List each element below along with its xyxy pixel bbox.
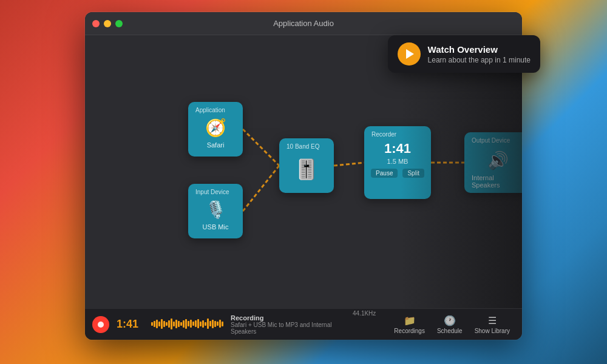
show-library-button[interactable]: ☰ Show Library [470, 312, 515, 337]
play-button[interactable] [398, 42, 421, 66]
recording-desc: Safari + USB Mic to MP3 and Internal Spe… [231, 322, 345, 335]
recorder-node[interactable]: Recorder 1:41 1.5 MB Pause Split [364, 126, 431, 199]
eq-category: 10 Band EQ [287, 143, 319, 150]
input-device-node[interactable]: Input Device 🎙️ USB Mic [188, 184, 243, 238]
waveform-bar [207, 318, 209, 329]
waveform-bar [178, 321, 180, 327]
recordings-icon: 📁 [404, 315, 416, 326]
waveform-bar [205, 322, 206, 326]
input-label: USB Mic [203, 223, 229, 231]
waveform-bar [188, 321, 189, 326]
waveform-bar [154, 321, 155, 327]
waveform-bars [151, 318, 223, 330]
output-category: Output Device [472, 137, 510, 144]
play-icon [406, 49, 414, 59]
waveform-bar [202, 320, 204, 328]
record-button[interactable] [92, 316, 109, 333]
waveform-bar [180, 322, 182, 326]
waveform-bar [168, 320, 170, 328]
watch-text: Watch Overview Learn about the app in 1 … [428, 44, 531, 64]
safari-category: Application [195, 107, 225, 113]
traffic-lights [92, 20, 123, 27]
bottom-bar: 1:41 [85, 308, 522, 340]
maximize-button[interactable] [115, 20, 123, 27]
waveform-bar [185, 319, 187, 329]
safari-label: Safari [207, 141, 225, 149]
waveform-bar [163, 321, 165, 327]
waveform-bar [192, 322, 194, 326]
waveform-bar [190, 320, 192, 328]
recording-info: Recording Safari + USB Mic to MP3 and In… [231, 314, 345, 335]
recorder-controls: Pause Split [371, 169, 424, 178]
waveform-bar [200, 322, 202, 326]
waveform-bar [183, 320, 185, 328]
eq-node[interactable]: 10 Band EQ 🎚️ [279, 138, 334, 193]
waveform-bar [212, 320, 214, 328]
waveform-bar [171, 318, 172, 329]
svg-line-1 [243, 166, 279, 211]
waveform-bar [222, 322, 223, 326]
svg-line-2 [334, 163, 364, 166]
waveform-bar [219, 320, 221, 328]
waveform-bar [166, 322, 168, 326]
recorder-size: 1.5 MB [387, 158, 409, 165]
bottom-actions: 📁 Recordings 🕐 Schedule ☰ Show Library [389, 312, 515, 337]
watch-subtitle: Learn about the app in 1 minute [428, 56, 531, 64]
recorder-time: 1:41 [384, 141, 411, 157]
record-icon [98, 322, 104, 328]
library-label: Show Library [475, 328, 510, 334]
eq-icon: 🎚️ [294, 158, 319, 181]
recording-label: Recording [231, 314, 345, 322]
waveform-bar [158, 322, 160, 326]
library-icon: ☰ [488, 315, 497, 326]
recorder-category: Recorder [371, 131, 396, 138]
microphone-icon: 🎙️ [205, 200, 226, 220]
waveform-bar [217, 322, 219, 326]
watch-overview-tooltip[interactable]: Watch Overview Learn about the app in 1 … [388, 35, 540, 73]
watch-title: Watch Overview [428, 44, 531, 55]
main-content: Application 🧭 Safari Input Device 🎙️ USB… [85, 35, 522, 308]
input-category: Input Device [195, 189, 229, 195]
minimize-button[interactable] [104, 20, 111, 27]
time-display: 1:41 [117, 318, 144, 331]
close-button[interactable] [92, 20, 100, 27]
schedule-button[interactable]: 🕐 Schedule [432, 312, 467, 337]
recordings-label: Recordings [394, 328, 425, 334]
window-title: Application Audio [273, 19, 334, 28]
sample-rate: 44.1KHz [353, 310, 376, 317]
waveform-bar [161, 319, 163, 329]
title-bar: Application Audio [85, 12, 522, 35]
waveform-bar [209, 321, 211, 326]
waveform-bar [175, 320, 177, 328]
safari-icon: 🧭 [205, 118, 226, 138]
waveform-bar [173, 322, 175, 326]
svg-line-0 [243, 129, 279, 166]
output-label: Internal Speakers [472, 174, 522, 189]
waveform-bar [151, 322, 153, 326]
recordings-button[interactable]: 📁 Recordings [389, 312, 430, 337]
schedule-icon: 🕐 [444, 315, 456, 326]
split-button[interactable]: Split [402, 169, 424, 178]
waveform-bar [214, 321, 216, 327]
waveform-bar [156, 320, 158, 328]
waveform-bar [195, 320, 197, 327]
waveform-bar [197, 319, 199, 328]
safari-node[interactable]: Application 🧭 Safari [188, 102, 243, 157]
speaker-icon: 🔊 [487, 150, 509, 170]
pause-button[interactable]: Pause [371, 169, 398, 178]
flow-area: Application 🧭 Safari Input Device 🎙️ USB… [127, 66, 504, 302]
output-device-node[interactable]: Output Device 🔊 Internal Speakers [464, 132, 522, 193]
schedule-label: Schedule [437, 328, 463, 334]
